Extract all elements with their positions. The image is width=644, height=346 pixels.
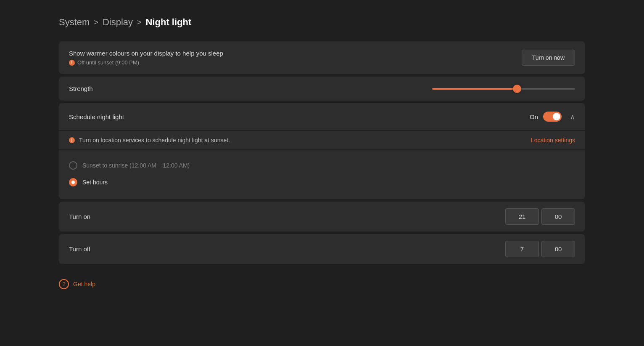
get-help-text: Get help [73,281,95,287]
chevron-up-icon[interactable]: ∧ [570,113,575,121]
get-help-row[interactable]: ? Get help [59,279,585,289]
info-dot-icon: ! [69,60,75,66]
strength-label: Strength [69,85,93,92]
turn-off-hour[interactable]: 7 [505,241,539,257]
location-settings-link[interactable]: Location settings [531,137,575,144]
turn-on-now-button[interactable]: Turn on now [522,50,575,66]
summary-text: Show warmer colours on your display to h… [69,50,223,66]
location-info-dot-icon: ! [69,137,75,143]
radio-label-set-hours: Set hours [82,179,108,186]
radio-circle-set-hours [69,178,77,186]
breadcrumb-sep-2: > [137,18,142,27]
schedule-card: Schedule night light On ∧ [59,103,585,130]
turn-on-controls: 21 00 [505,208,575,225]
schedule-toggle-area: On ∧ [530,112,575,122]
breadcrumb-sep-1: > [94,18,98,27]
turn-on-minute[interactable]: 00 [541,208,575,225]
breadcrumb-system[interactable]: System [59,17,90,28]
turn-off-controls: 7 00 [505,241,575,257]
radio-option-set-hours[interactable]: Set hours [69,174,575,191]
toggle-label: On [530,113,538,120]
breadcrumb: System > Display > Night light [59,17,585,28]
radio-circle-sunset [69,161,77,170]
radio-option-sunset[interactable]: Sunset to sunrise (12:00 AM – 12:00 AM) [69,157,575,174]
strength-slider[interactable] [432,88,575,90]
location-warning-text: Turn on location services to schedule ni… [79,137,230,144]
summary-card: Show warmer colours on your display to h… [59,41,585,74]
turn-on-label: Turn on [69,213,90,220]
radio-options-card: Sunset to sunrise (12:00 AM – 12:00 AM) … [59,150,585,199]
turn-on-row: Turn on 21 00 [59,202,585,232]
breadcrumb-display[interactable]: Display [103,17,133,28]
location-warning-left: ! Turn on location services to schedule … [69,137,230,144]
help-icon: ? [59,279,69,289]
location-warning-row: ! Turn on location services to schedule … [59,131,585,149]
radio-label-sunset: Sunset to sunrise (12:00 AM – 12:00 AM) [82,162,190,169]
summary-subtitle-text: Off until sunset (9:00 PM) [77,59,139,66]
schedule-toggle[interactable] [543,112,562,122]
strength-slider-container [432,88,575,90]
turn-on-hour[interactable]: 21 [505,208,539,225]
schedule-label: Schedule night light [69,113,124,120]
turn-off-label: Turn off [69,245,90,253]
turn-off-row: Turn off 7 00 [59,234,585,264]
page-container: System > Display > Night light Show warm… [0,0,644,306]
breadcrumb-nightlight: Night light [146,17,192,28]
strength-card: Strength [59,77,585,101]
turn-off-minute[interactable]: 00 [541,241,575,257]
summary-subtitle: ! Off until sunset (9:00 PM) [69,59,223,66]
summary-title: Show warmer colours on your display to h… [69,50,223,57]
